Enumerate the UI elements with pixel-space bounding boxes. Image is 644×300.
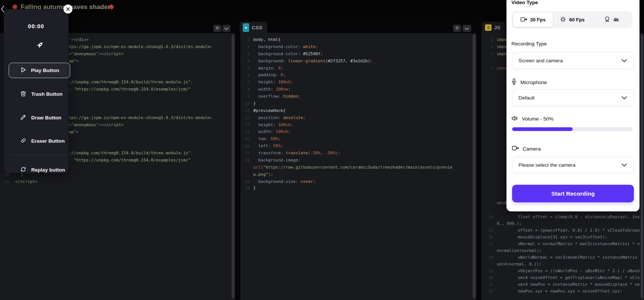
code-line: height: 100vh; xyxy=(253,78,293,86)
trash-button[interactable]: Trash Button xyxy=(9,86,70,102)
line-number: 27 xyxy=(484,240,493,247)
code-line: background-size: cover; xyxy=(253,178,316,185)
video-camera-icon xyxy=(512,145,519,152)
code-line: transform: translate(-50%, -50%); xyxy=(253,149,340,157)
line-number: 21 xyxy=(0,178,9,185)
line-number: 11 xyxy=(240,107,249,114)
line-number: 20 xyxy=(240,184,249,191)
code-line: height: 100vh; xyxy=(253,121,293,128)
line-number: 24 xyxy=(484,213,493,220)
camera-value: Please select the camera xyxy=(519,162,576,168)
volume-slider-fill xyxy=(512,127,573,131)
code-line: vec4 noiseOffset = getTriplanar(uNoiseMa… xyxy=(518,274,640,281)
play-button-label: Play Button xyxy=(31,68,59,73)
code-line: normalize(normal); xyxy=(497,247,541,254)
code-line: : "https://unpkg.com/three@0.154.0/examp… xyxy=(69,86,191,93)
code-line: impo xyxy=(497,43,507,50)
code-line: offset = (pow(offset, 0.8) / 2.0) * vClo… xyxy=(518,227,640,234)
code-line: vObjectPos = ((vWorldPos - uBoxMin) * 2.… xyxy=(518,267,640,274)
replay-button[interactable]: Replay button xyxy=(9,162,70,178)
fps-30-label: 30 Fps xyxy=(530,17,546,23)
code-line: } xyxy=(253,184,256,191)
line-number: 15 xyxy=(240,135,249,142)
code-line: vWorldNormal = vec3(modelMatrix * instan… xyxy=(518,254,637,261)
code-line: ap"> xyxy=(69,57,79,65)
line-number: 31 xyxy=(484,281,493,288)
microphone-icon xyxy=(511,78,517,86)
chevron-down-icon xyxy=(621,57,627,64)
code-line: cons xyxy=(497,65,507,72)
volume-slider[interactable] xyxy=(512,127,633,131)
fps-30-option[interactable]: 30 Fps xyxy=(513,12,553,27)
speaker-icon xyxy=(511,115,518,122)
line-number: 14 xyxy=(240,128,249,135)
microphone-select[interactable]: Default xyxy=(512,89,633,106)
close-toolbar-button[interactable] xyxy=(63,5,73,14)
microphone-value: Default xyxy=(519,95,535,101)
line-number: 6 xyxy=(240,71,249,78)
line-number: 12 xyxy=(240,114,249,121)
code-line: overflow: hidden; xyxy=(253,93,301,100)
cog-icon xyxy=(560,16,566,24)
microphone-label: Microphone xyxy=(520,80,547,85)
start-recording-button[interactable]: Start Recording xyxy=(512,185,634,202)
code-line: ap"> xyxy=(69,128,79,136)
app-window: Falling autumn leaves shader * CSS xyxy=(0,0,644,300)
recording-timer: 00:00 xyxy=(4,23,68,29)
code-line: tps://ga.jspm.io/npm:es-module-shims@1.6… xyxy=(69,43,213,50)
replay-icon xyxy=(20,166,27,174)
code-line: vec4 newPos = instanceMatrix * mouseDisp… xyxy=(518,281,640,288)
code-line: ="anonymous"></script> xyxy=(69,50,124,57)
code-line: left: 50%; xyxy=(253,142,283,149)
fps-60-option[interactable]: 60 Fps xyxy=(553,12,592,27)
camera-select[interactable]: Please select the camera xyxy=(512,157,633,173)
line-number: 16 xyxy=(240,142,249,149)
replay-button-label: Replay button xyxy=(31,167,65,173)
line-number: 2 xyxy=(240,43,249,50)
line-number: 3 xyxy=(484,50,493,57)
line-number: 30 xyxy=(484,274,493,281)
fps-60-label: 60 Fps xyxy=(569,17,585,23)
code-line: 0., 999.); xyxy=(497,220,522,227)
annotation-toolbar: 00:00 Play Button Trash Button Draw Butt… xyxy=(4,9,68,173)
camera-label-row: Camera xyxy=(512,145,541,152)
video-type-segmented-control: 30 Fps 60 Fps 4k xyxy=(512,11,632,28)
recording-type-select[interactable]: Screen and camera xyxy=(512,52,633,69)
code-line: background: linear-gradient(#2f3257, #3a… xyxy=(253,57,373,65)
play-button[interactable]: Play Button xyxy=(9,63,70,78)
code-line: ://unpkg.com/three@0.154.0/build/three.m… xyxy=(69,149,193,157)
code-line: ="anonymous"></script> xyxy=(69,121,124,128)
code-line: background-image: xyxy=(253,157,301,164)
line-number: 5 xyxy=(484,65,493,72)
code-line: impo xyxy=(497,50,507,57)
video-type-label: Video Type xyxy=(511,0,538,5)
code-line: impo xyxy=(497,36,507,43)
code-line: top: 50%; xyxy=(253,135,281,142)
volume-label-row: Volume - 50% xyxy=(511,115,553,122)
quality-4k-option[interactable]: 4k xyxy=(592,12,631,27)
line-number: 29 xyxy=(484,267,493,274)
code-line: body, html{ xyxy=(253,36,281,43)
rocket-icon[interactable] xyxy=(35,40,45,52)
draw-button[interactable]: Draw Button xyxy=(9,110,70,125)
code-line: #previewHack{ xyxy=(253,107,286,114)
code-line: : "https://unpkg.com/three@0.154.0/examp… xyxy=(69,157,191,164)
line-number: 1 xyxy=(240,36,249,43)
pencil-icon xyxy=(20,114,27,122)
line-number: 26 xyxy=(484,234,493,241)
volume-label: Volume - 50% xyxy=(522,116,553,122)
medal-icon xyxy=(604,16,610,24)
eraser-button[interactable]: Eraser Button xyxy=(9,133,70,149)
code-line: margin: 0; xyxy=(253,65,283,72)
quality-4k-label: 4k xyxy=(613,17,618,23)
line-number: 3 xyxy=(240,50,249,57)
line-number: 17 xyxy=(240,149,249,157)
code-line: width: 100vw; xyxy=(253,86,290,93)
code-line: ://unpkg.com/three@0.154.0/build/three.m… xyxy=(69,78,193,86)
draw-button-label: Draw Button xyxy=(31,115,61,121)
code-line: } xyxy=(253,100,256,107)
line-number: 1 xyxy=(484,36,493,43)
camera-label: Camera xyxy=(523,146,541,152)
code-line: position: absolute; xyxy=(253,114,305,121)
chevron-down-icon xyxy=(621,94,627,101)
